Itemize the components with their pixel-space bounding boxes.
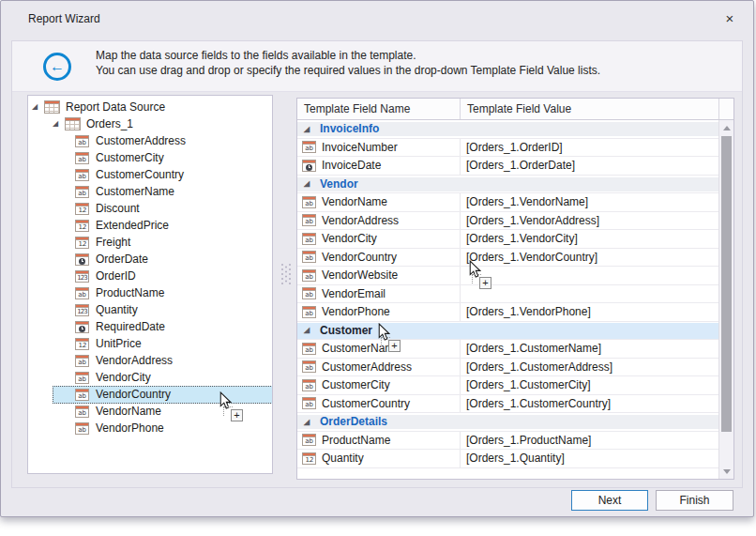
- group-row-vendor[interactable]: Vendor: [297, 176, 718, 194]
- tree-item-label: CustomerCountry: [95, 166, 184, 183]
- expand-collapse-glyph-icon[interactable]: [304, 418, 316, 426]
- vertical-scrollbar[interactable]: [718, 120, 733, 479]
- tree-item-label: Discount: [95, 200, 140, 217]
- field-label: InvoiceNumber: [322, 141, 398, 154]
- field-label: VendorName: [322, 195, 387, 208]
- tree-item-label: OrderID: [95, 268, 136, 284]
- tree-item-customername[interactable]: CustomerName: [28, 183, 272, 200]
- column-header-template-field-name[interactable]: Template Field Name: [297, 99, 461, 119]
- close-icon[interactable]: ×: [721, 9, 738, 28]
- tree-item-freight[interactable]: Freight: [28, 234, 272, 251]
- template-field-value-cell[interactable]: [Orders_1.CustomerCountry]: [461, 395, 718, 413]
- group-row-orderdetails[interactable]: OrderDetails: [297, 413, 718, 432]
- template-field-value-cell[interactable]: [Orders_1.VendorName]: [461, 193, 718, 211]
- tree-item-label: ProductName: [95, 284, 164, 301]
- expand-collapse-glyph-icon[interactable]: [32, 99, 44, 115]
- tree-item-report-data-source[interactable]: Report Data Source: [28, 99, 272, 115]
- text-field-icon: [302, 306, 316, 318]
- template-field-value-cell[interactable]: [Orders_1.ProductName]: [461, 432, 718, 450]
- tree-item-productname[interactable]: ProductName: [28, 284, 272, 301]
- tree-item-orderid[interactable]: OrderID: [28, 268, 272, 284]
- text-field-icon: [75, 186, 89, 198]
- expand-collapse-glyph-icon[interactable]: [304, 125, 316, 133]
- field-label: CustomerCountry: [322, 397, 410, 410]
- template-field-name-cell: InvoiceDate: [297, 157, 461, 175]
- tree-item-discount[interactable]: Discount: [28, 200, 272, 217]
- group-label: Customer: [320, 324, 372, 337]
- finish-button[interactable]: Finish: [656, 490, 733, 511]
- report-wizard-dialog: Report Wizard × Map the data source fiel…: [0, 0, 754, 517]
- tree-item-customeraddress[interactable]: CustomerAddress: [28, 132, 272, 149]
- field-row-customeraddress: CustomerAddress[Orders_1.CustomerAddress…: [297, 359, 718, 377]
- intro-text: Map the data source fields to the fields…: [96, 49, 600, 78]
- tree-item-quantity[interactable]: Quantity: [28, 301, 272, 318]
- field-row-vendorwebsite: VendorWebsite: [297, 267, 718, 285]
- template-field-value-cell[interactable]: [Orders_1.CustomerCity]: [461, 376, 718, 394]
- text-field-icon: [75, 406, 89, 418]
- field-row-vendoremail: VendorEmail: [297, 285, 718, 304]
- tree-item-customercity[interactable]: CustomerCity: [28, 149, 272, 166]
- template-field-name-cell: Quantity: [297, 450, 461, 467]
- tree-item-label: CustomerName: [95, 183, 174, 200]
- template-field-value-cell[interactable]: [Orders_1.CustomerName]: [461, 340, 718, 358]
- template-field-value-cell[interactable]: [Orders_1.OrderID]: [461, 139, 718, 157]
- field-label: CustomerName: [322, 342, 401, 355]
- tree-item-unitprice[interactable]: UnitPrice: [28, 335, 272, 352]
- template-field-value-cell[interactable]: [Orders_1.CustomerAddress]: [461, 359, 718, 376]
- group-row-customer[interactable]: Customer: [297, 322, 718, 341]
- tree-item-extendedprice[interactable]: ExtendedPrice: [28, 217, 272, 234]
- field-row-vendorcity: VendorCity[Orders_1.VendorCity]: [297, 230, 718, 249]
- column-header-template-field-value[interactable]: Template Field Value: [461, 99, 718, 119]
- tree-item-label: OrderDate: [95, 251, 148, 268]
- template-field-value-cell[interactable]: [Orders_1.VendorPhone]: [461, 303, 718, 321]
- expand-collapse-glyph-icon[interactable]: [304, 326, 316, 334]
- date-field-icon: [302, 160, 316, 172]
- scroll-up-arrow-icon[interactable]: [719, 120, 733, 135]
- expand-collapse-glyph-icon[interactable]: [304, 179, 316, 188]
- template-field-value-cell[interactable]: [461, 285, 718, 303]
- template-field-value-cell[interactable]: [461, 267, 718, 284]
- tree-item-requireddate[interactable]: RequiredDate: [28, 318, 272, 335]
- tree-item-label: VendorCity: [95, 369, 151, 386]
- expand-collapse-glyph-icon[interactable]: [53, 115, 65, 132]
- tree-item-label: CustomerCity: [95, 149, 164, 166]
- template-field-value-cell[interactable]: [Orders_1.VendorCountry]: [461, 249, 718, 267]
- tree-item-orderdate[interactable]: OrderDate: [28, 251, 272, 268]
- template-field-name-cell: CustomerCountry: [297, 395, 461, 413]
- text-field-icon: [302, 397, 316, 409]
- tree-item-label: CustomerAddress: [95, 132, 186, 149]
- window-title: Report Wizard: [28, 12, 100, 25]
- tree-item-customercountry[interactable]: CustomerCountry: [28, 166, 272, 183]
- number-field-icon: [302, 452, 316, 465]
- tree-item-label: Report Data Source: [65, 99, 165, 115]
- text-field-icon: [75, 389, 89, 401]
- number-field-icon: [75, 237, 89, 249]
- tree-item-vendorcountry[interactable]: VendorCountry: [28, 386, 272, 403]
- tree-item-vendorname[interactable]: VendorName: [28, 403, 272, 420]
- field-label: VendorPhone: [322, 305, 390, 318]
- tree-item-vendorphone[interactable]: VendorPhone: [28, 420, 272, 436]
- text-field-icon: [302, 269, 316, 282]
- template-field-value-cell[interactable]: [Orders_1.VendorCity]: [461, 230, 718, 248]
- tree-item-orders-1[interactable]: Orders_1: [28, 115, 272, 132]
- field-label: CustomerAddress: [322, 360, 412, 374]
- tree-item-vendoraddress[interactable]: VendorAddress: [28, 352, 272, 369]
- next-button[interactable]: Next: [571, 490, 648, 511]
- template-field-name-cell: ProductName: [297, 432, 461, 450]
- date-field-icon: [75, 321, 89, 333]
- template-field-value-cell[interactable]: [Orders_1.VendorAddress]: [461, 212, 718, 230]
- text-field-icon: [302, 251, 316, 263]
- field-row-quantity: Quantity[Orders_1.Quantity]: [297, 450, 718, 468]
- template-field-value-cell[interactable]: [Orders_1.Quantity]: [461, 450, 718, 467]
- splitter-grip[interactable]: [281, 264, 293, 286]
- tree-item-vendorcity[interactable]: VendorCity: [28, 369, 272, 386]
- template-field-name-cell: VendorCountry: [297, 249, 461, 267]
- tree-item-label: UnitPrice: [95, 335, 142, 352]
- template-field-value-cell[interactable]: [Orders_1.OrderDate]: [461, 157, 718, 175]
- group-row-invoiceinfo[interactable]: InvoiceInfo: [297, 120, 718, 139]
- title-bar[interactable]: Report Wizard ×: [1, 1, 753, 40]
- scroll-down-arrow-icon[interactable]: [719, 464, 733, 479]
- tree-item-label: Quantity: [95, 301, 138, 318]
- scrollbar-thumb[interactable]: [721, 136, 732, 432]
- intro-line-1: Map the data source fields to the fields…: [96, 49, 600, 64]
